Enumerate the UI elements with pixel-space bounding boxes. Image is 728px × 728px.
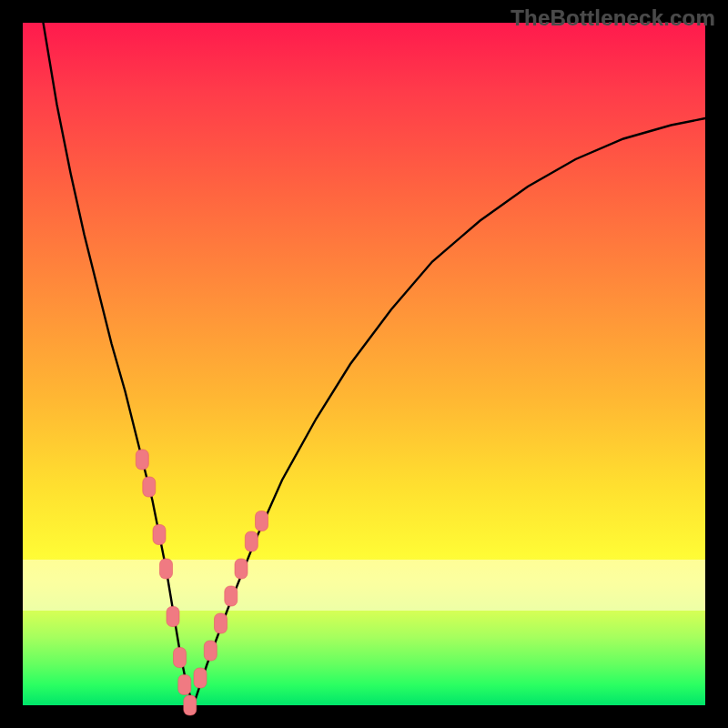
curve-marker	[143, 477, 156, 497]
curve-marker	[235, 559, 248, 579]
curve-marker	[153, 525, 166, 545]
watermark-text: TheBottleneck.com	[511, 5, 715, 31]
chart-frame: TheBottleneck.com	[0, 0, 728, 728]
curve-marker	[215, 613, 228, 633]
curve-marker	[204, 641, 217, 661]
curve-layer	[23, 23, 705, 705]
curve-marker	[245, 531, 258, 551]
bottleneck-curve	[44, 23, 706, 705]
curve-marker	[178, 675, 191, 695]
curve-marker	[225, 586, 238, 606]
curve-markers	[136, 450, 268, 715]
curve-marker	[194, 668, 207, 688]
curve-marker	[174, 648, 187, 668]
curve-marker	[256, 511, 268, 531]
curve-marker	[136, 450, 148, 470]
curve-marker	[160, 559, 173, 579]
plot-area	[23, 23, 705, 705]
curve-marker	[167, 607, 179, 627]
curve-marker	[184, 695, 197, 715]
